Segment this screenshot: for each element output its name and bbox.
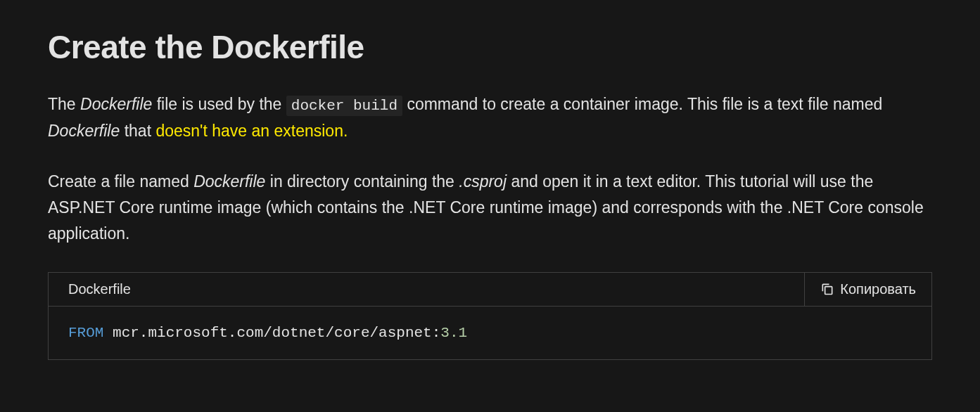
paragraph-instructions: Create a file named Dockerfile in direct… [48, 169, 932, 246]
copy-icon [820, 282, 834, 296]
code-block: Dockerfile Копировать FROM mcr.microsoft… [48, 272, 932, 360]
text-fragment: command to create a container image. Thi… [402, 95, 882, 113]
copy-button-label: Копировать [840, 281, 916, 297]
text-fragment: in directory containing the [265, 172, 459, 191]
highlighted-text: doesn't have an extension. [155, 122, 348, 140]
code-version: 3.1 [440, 325, 467, 341]
text-fragment: Create a file named [48, 172, 193, 191]
text-fragment: that [120, 122, 155, 140]
text-fragment: file is used by the [152, 95, 286, 113]
dockerfile-term: Dockerfile [48, 122, 120, 140]
paragraph-intro: The Dockerfile file is used by the docke… [48, 91, 932, 143]
code-content: FROM mcr.microsoft.com/dotnet/core/aspne… [49, 307, 931, 359]
csproj-term: .csproj [459, 172, 507, 191]
copy-button[interactable]: Копировать [804, 273, 931, 306]
docker-build-command: docker build [286, 96, 402, 116]
text-fragment: The [48, 95, 80, 113]
svg-rect-0 [825, 287, 832, 295]
code-header: Dockerfile Копировать [49, 273, 931, 307]
code-keyword-from: FROM [68, 325, 103, 341]
page-heading: Create the Dockerfile [48, 28, 932, 66]
dockerfile-term: Dockerfile [80, 95, 152, 113]
dockerfile-term: Dockerfile [193, 172, 265, 191]
code-text: mcr.microsoft.com/dotnet/core/aspnet: [103, 325, 440, 341]
code-language-label: Dockerfile [49, 273, 151, 306]
